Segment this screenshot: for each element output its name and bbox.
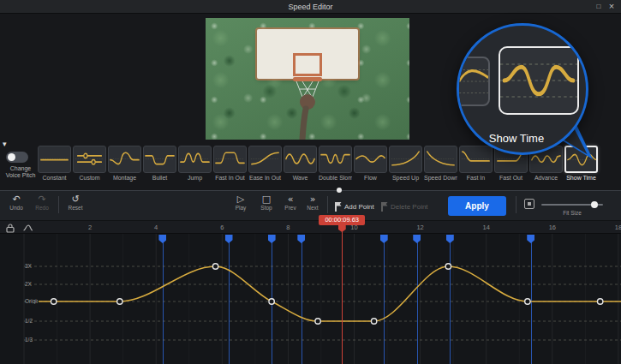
toolbar-separator <box>58 196 59 213</box>
preset-thumbnail <box>424 146 457 173</box>
preset-bullet[interactable]: Bullet <box>143 146 176 182</box>
reset-icon: ↺ <box>63 194 88 205</box>
speed-label-3X: 3X <box>25 263 38 269</box>
speed-label-Original: Original <box>25 298 38 304</box>
curve-point[interactable] <box>51 299 56 304</box>
preset-montage[interactable]: Montage <box>108 146 141 182</box>
ruler-tick-18: 18 <box>612 224 621 231</box>
timecode-badge[interactable]: 00:00:09.63 <box>319 215 365 225</box>
add-point-flag-icon <box>334 202 341 212</box>
preset-thumbnail <box>459 146 493 173</box>
play-label: Play <box>228 205 254 212</box>
play-icon: ▷ <box>228 194 254 205</box>
curve-point[interactable] <box>597 299 602 304</box>
curve-point[interactable] <box>371 319 376 324</box>
reset-button[interactable]: ↺ Reset <box>63 194 88 212</box>
curve-point[interactable] <box>117 299 122 304</box>
preset-label: Jump <box>178 175 212 182</box>
stop-label: Stop <box>254 205 279 212</box>
preset-label: Constant <box>38 175 71 182</box>
preset-fast-in-out[interactable]: Fast In Out <box>213 146 247 182</box>
delete-point-flag-icon <box>380 202 387 212</box>
preset-label: Fast In Out <box>213 175 247 182</box>
ruler-tick-6: 6 <box>215 224 229 231</box>
speed-label-2X: 2X <box>25 281 38 287</box>
close-icon[interactable]: × <box>605 0 618 14</box>
fit-size-label: Fit Size <box>541 210 603 216</box>
curve-point[interactable] <box>525 299 530 304</box>
fit-size-slider-knob[interactable] <box>591 201 598 208</box>
stop-button[interactable]: □ Stop <box>254 194 279 212</box>
next-icon: » <box>300 194 325 205</box>
backboard-inner-square <box>293 53 322 76</box>
ruler-tick-2: 2 <box>83 224 97 231</box>
collapse-arrow-icon[interactable]: ▾ <box>3 140 7 148</box>
play-button[interactable]: ▷ Play <box>228 194 254 212</box>
redo-label: Redo <box>29 205 55 212</box>
undo-label: Undo <box>3 205 29 212</box>
ruler-tick-4: 4 <box>149 224 163 231</box>
preset-thumbnail <box>143 146 176 173</box>
preset-fast-in[interactable]: Fast In <box>459 146 493 182</box>
speed-curve-chart <box>0 234 621 364</box>
speed-label-1/2: 1/2 <box>25 318 38 324</box>
preset-label: Bullet <box>143 175 176 182</box>
reset-label: Reset <box>63 205 88 212</box>
titlebar: Speed Editor □ × <box>0 0 621 14</box>
undo-button[interactable]: ↶ Undo <box>3 194 29 212</box>
preset-label: Custom <box>73 175 106 182</box>
toggle-knob <box>8 153 15 161</box>
undo-icon: ↶ <box>3 194 29 205</box>
maximize-icon[interactable]: □ <box>592 0 606 14</box>
preset-speed-down[interactable]: Speed Down <box>424 146 457 182</box>
preset-thumbnail <box>213 146 247 173</box>
redo-button[interactable]: ↷ Redo <box>29 194 55 212</box>
preset-label: Fast In <box>459 175 493 182</box>
curve-point[interactable] <box>212 264 218 269</box>
timeline-ruler[interactable]: 24681012141618 <box>0 221 621 234</box>
fit-size-icon[interactable] <box>524 199 534 209</box>
preset-label: Speed Down <box>424 175 457 182</box>
add-point-label: Add Point <box>344 203 374 211</box>
video-preview <box>206 18 409 140</box>
voice-pitch-toggle[interactable] <box>6 152 28 163</box>
ruler-tick-14: 14 <box>480 224 493 231</box>
window-title: Speed Editor <box>0 0 621 14</box>
preset-thumbnail <box>73 146 106 173</box>
basketball-backboard <box>257 29 358 79</box>
next-button[interactable]: » Next <box>300 194 325 212</box>
presets-scrollbar-thumb[interactable] <box>337 188 342 193</box>
curve-point[interactable] <box>315 319 320 324</box>
voice-pitch-label-line2: Voice Pitch <box>1 172 40 179</box>
delete-point-button[interactable]: Delete Point <box>380 201 428 212</box>
magnified-showtime-thumbnail <box>499 46 579 115</box>
curve-point[interactable] <box>445 264 451 269</box>
fit-size-slider[interactable] <box>541 204 603 206</box>
stop-icon: □ <box>254 194 279 205</box>
preset-thumbnail <box>38 146 71 173</box>
add-point-button[interactable]: Add Point <box>334 201 374 212</box>
preset-constant[interactable]: Constant <box>38 146 71 182</box>
apply-button[interactable]: Apply <box>448 196 506 216</box>
voice-pitch-label-line1: Change <box>1 165 40 172</box>
delete-point-label: Delete Point <box>391 203 428 211</box>
preset-thumbnail <box>108 146 141 173</box>
preset-label: Show Time <box>564 175 598 182</box>
preset-speed-up[interactable]: Speed Up <box>389 146 422 182</box>
preset-custom[interactable]: Custom <box>73 146 106 182</box>
speed-label-1/3: 1/3 <box>25 337 38 343</box>
preset-wave[interactable]: Wave <box>284 146 317 182</box>
magnifier-label: Show Time <box>459 132 574 145</box>
magnifier-callout: Show Time <box>457 23 588 155</box>
preset-ease-in-out[interactable]: Ease In Out <box>248 146 282 182</box>
magnified-neighbor-thumbnail <box>457 57 490 106</box>
curve-point[interactable] <box>269 299 274 304</box>
preset-label: Double Slomo <box>319 175 352 182</box>
playhead-line <box>342 226 343 364</box>
preset-jump[interactable]: Jump <box>178 146 212 182</box>
preset-flow[interactable]: Flow <box>354 146 387 182</box>
preset-double-slomo[interactable]: Double Slomo <box>319 146 352 182</box>
lock-icon[interactable] <box>5 223 15 233</box>
curve-mode-icon[interactable] <box>22 223 33 233</box>
preset-label: Ease In Out <box>248 175 282 182</box>
